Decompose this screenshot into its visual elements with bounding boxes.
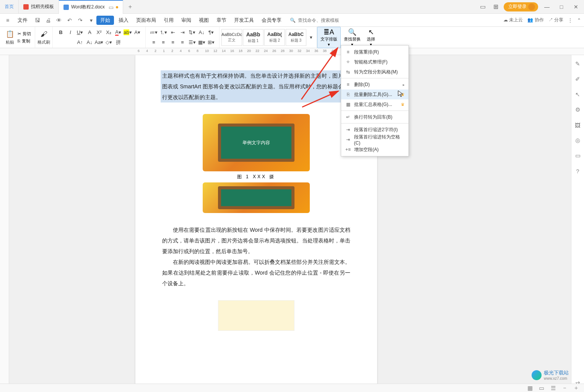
more-icon[interactable]: ⋮ [568, 18, 573, 23]
collab-button[interactable]: 👥 协作 [527, 17, 543, 23]
superscript-button[interactable]: X² [95, 28, 103, 37]
menu-review[interactable]: 审阅 [177, 14, 195, 27]
search-input[interactable] [298, 18, 344, 23]
style-normal[interactable]: AaBbCcDc 正文 [221, 29, 242, 46]
align-justify-button[interactable]: ≡ [178, 38, 187, 47]
select-button[interactable]: ↖ 选择▾ [364, 27, 378, 48]
cloud-status[interactable]: ☁ 未上云 [503, 17, 523, 23]
figure-1[interactable]: 举例文字内容 图 1 XXX 摄 [162, 114, 350, 213]
minimize-button[interactable]: — [541, 2, 553, 12]
menu-hamburger-icon[interactable]: ≡ [3, 16, 12, 25]
highlight-button[interactable]: ab▾ [124, 28, 132, 37]
dd-indent-to-space[interactable]: ⇥段落首行缩进转为空格(C) [341, 135, 408, 145]
save-icon[interactable]: 🖫 [33, 16, 42, 25]
dd-smart-format[interactable]: ✧智能格式整理(F) [341, 57, 408, 67]
indent-button[interactable]: ⇥ [178, 28, 187, 37]
align-right-button[interactable]: ≡ [169, 38, 177, 47]
distribute-button[interactable]: ☰▾ [188, 38, 196, 47]
tab-add-button[interactable]: + [123, 3, 137, 10]
side-image-icon[interactable]: 🖼 [574, 121, 582, 129]
dd-empty-split[interactable]: ⇆转为空段分割风格(M) [341, 67, 408, 77]
document-canvas[interactable]: 主题和样式也有助于文档保持协调。当您单击设计并选择新的主题时，图片、图表或 Sm… [9, 55, 584, 384]
line-spacing-button[interactable]: ⇅▾ [188, 28, 196, 37]
font-color-button[interactable]: A▾ [114, 28, 122, 37]
menu-member[interactable]: 会员专享 [258, 14, 285, 27]
menu-layout[interactable]: 页面布局 [132, 14, 160, 27]
style-heading1[interactable]: AaBb 标题 1 [243, 29, 264, 46]
style-heading3[interactable]: AaBbC 标题 3 [286, 29, 306, 46]
text-layout-button[interactable]: ≣A 文字排版▾ [317, 27, 341, 48]
side-location-icon[interactable]: ◎ [574, 136, 582, 145]
command-search[interactable]: 🔍 [290, 18, 344, 23]
layout-icon[interactable]: ▭ [478, 2, 488, 12]
side-settings-icon[interactable]: ⚙ [574, 106, 582, 114]
align-left-button[interactable]: ≡ [150, 38, 158, 47]
preview-icon[interactable]: 👁 [54, 16, 63, 25]
collapse-ribbon-icon[interactable]: ⌃ [577, 18, 581, 23]
tab-home[interactable]: 首页 [0, 0, 19, 14]
vertical-ruler[interactable] [0, 55, 9, 384]
italic-button[interactable]: I [66, 28, 75, 37]
horizontal-ruler[interactable]: 6421246810121416182022242628303234363840 [0, 48, 584, 55]
format-painter-button[interactable]: 🖌 格式刷 [37, 29, 50, 45]
numbering-button[interactable]: ⒈▾ [159, 28, 168, 37]
dd-indent-2char[interactable]: ⇥段落首行缩进2字符(I) [341, 125, 408, 135]
underline-button[interactable]: U▾ [76, 28, 84, 37]
show-marks-button[interactable]: ¶▾ [207, 28, 215, 37]
outdent-button[interactable]: ⇤ [169, 28, 177, 37]
maximize-button[interactable]: □ [556, 2, 567, 12]
borders-button[interactable]: ⊞▾ [207, 38, 215, 47]
login-button[interactable]: 立即登录 [504, 2, 538, 11]
cut-button[interactable]: ✂剪切 [16, 31, 33, 37]
undo-icon[interactable]: ↶ [65, 16, 74, 25]
menu-insert[interactable]: 插入 [115, 14, 132, 27]
paragraph-3[interactable]: 在新的阅读视图中阅读更加容易。可以折叠文档某些部分并关注所需文本。如果在达到结尾… [162, 257, 350, 289]
share-button[interactable]: ↗ 分享 [548, 17, 563, 23]
bullets-button[interactable]: ≔▾ [150, 28, 158, 37]
side-design-icon[interactable]: ✎ [574, 60, 582, 68]
align-center-button[interactable]: ≡ [159, 38, 168, 47]
grid-icon[interactable]: ⊞ [491, 2, 501, 12]
redo-icon[interactable]: ↷ [76, 16, 85, 25]
zoom-in-icon[interactable]: ＋ [572, 384, 580, 392]
side-cursor-icon[interactable]: ↖ [574, 90, 582, 99]
menu-references[interactable]: 引用 [160, 14, 177, 27]
sort-button[interactable]: A↓ [197, 28, 206, 37]
menu-file[interactable]: 文件 [14, 14, 31, 27]
side-page-icon[interactable]: ▭ [574, 151, 582, 160]
menu-start[interactable]: 开始 [96, 16, 114, 25]
menu-section[interactable]: 章节 [213, 14, 230, 27]
paste-button[interactable]: 📋 粘贴 [5, 29, 15, 45]
close-button[interactable]: ✕ [570, 2, 582, 12]
view-outline-icon[interactable]: ☰ [549, 384, 557, 392]
zoom-out-icon[interactable]: － [560, 384, 569, 392]
dd-delete[interactable]: ≡删除(D)▸ [341, 80, 408, 89]
shrink-font-button[interactable]: A↓ [85, 38, 94, 47]
change-case-button[interactable]: Aa▾ [95, 38, 103, 47]
find-replace-button[interactable]: 🔍 查找替换▾ [341, 27, 364, 48]
dropdown-icon[interactable]: ▾ [86, 16, 96, 25]
tab-templates[interactable]: 找稻壳模板 [19, 0, 59, 14]
print-icon[interactable]: 🖨 [44, 16, 53, 25]
view-web-icon[interactable]: ▭ [537, 384, 546, 392]
shading-button[interactable]: ▦▾ [197, 38, 206, 47]
menu-view[interactable]: 视图 [195, 14, 213, 27]
dd-linebreak-convert[interactable]: ↵换行符转为回车(B) [341, 112, 408, 122]
grow-font-button[interactable]: A↑ [76, 38, 84, 47]
style-heading2[interactable]: AaBb( 标题 2 [264, 29, 285, 46]
bold-button[interactable]: B [57, 28, 65, 37]
paragraph-2[interactable]: 使用在需要位置出现的新按钮在 Word 中保存时间。若要更改图片适应文档的方式，… [162, 224, 350, 257]
menu-devtools[interactable]: 开发工具 [230, 14, 258, 27]
dd-batch-table[interactable]: ▦批量汇总表格(G)...♛ [341, 99, 408, 109]
phonetic-button[interactable]: 拼 [114, 38, 122, 47]
view-print-icon[interactable]: ▦ [526, 384, 534, 392]
subscript-button[interactable]: X₂ [104, 28, 113, 37]
strikethrough-button[interactable]: A̵ [85, 28, 94, 37]
side-highlight-icon[interactable]: ✐ [574, 75, 582, 83]
copy-button[interactable]: ⎘复制 [16, 38, 33, 44]
dd-rearrange[interactable]: ≡段落重排(R) [341, 47, 408, 57]
tab-active-doc[interactable]: Word教程2.docx ▭ [59, 0, 123, 14]
diagram-image[interactable] [218, 300, 294, 331]
clear-format-button[interactable]: ◇▾ [104, 38, 113, 47]
tab-menu-icon[interactable]: ▭ [109, 4, 114, 10]
